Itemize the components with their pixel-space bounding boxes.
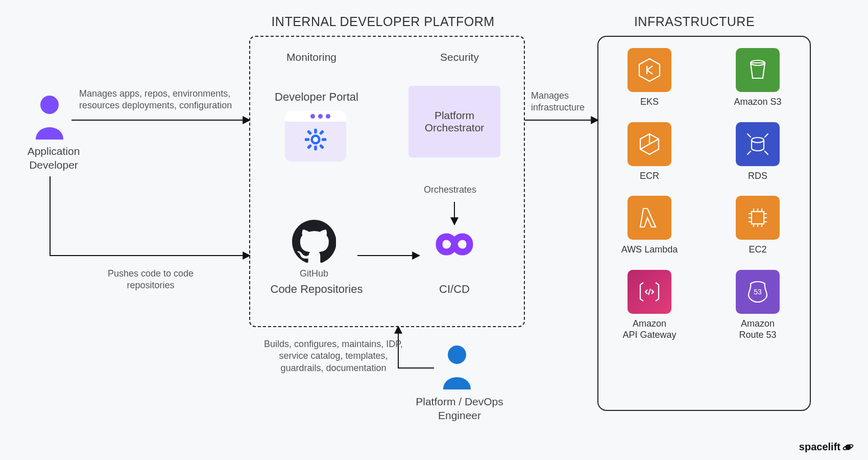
edge-manages-apps: Manages apps, repos, environments, resou… xyxy=(79,88,248,112)
svg-rect-3 xyxy=(314,129,317,133)
infra-label: EKS xyxy=(640,96,659,108)
infra-title: INFRASTRUCTURE xyxy=(597,14,791,29)
infra-label: AWS Lambda xyxy=(621,244,678,256)
idp-title: INTERNAL DEVELOPER PLATFORM xyxy=(240,14,526,29)
platform-orchestrator: Platform Orchestrator xyxy=(408,86,500,157)
svg-rect-6 xyxy=(322,138,326,141)
lambda-icon xyxy=(628,196,671,240)
infra-rds: RDS xyxy=(727,122,788,182)
infra-eks: EKS xyxy=(619,48,680,108)
cicd-icon xyxy=(424,229,485,260)
infra-label: Amazon API Gateway xyxy=(622,318,676,341)
infra-label: Amazon S3 xyxy=(734,96,781,108)
developer-portal-icon xyxy=(285,110,346,162)
infra-route53: 53 Amazon Route 53 xyxy=(727,270,788,341)
app-developer-icon xyxy=(32,94,67,140)
monitoring-label: Monitoring xyxy=(271,50,352,64)
infra-container: EKS Amazon S3 ECR RDS AW xyxy=(597,36,811,411)
github-icon xyxy=(292,220,336,264)
edge-pushes-code: Pushes code to code repositories xyxy=(94,268,207,292)
s3-icon xyxy=(736,48,780,92)
infra-lambda: AWS Lambda xyxy=(619,196,680,256)
svg-point-0 xyxy=(40,96,59,114)
svg-rect-15 xyxy=(752,212,764,224)
svg-point-1 xyxy=(448,346,466,364)
svg-rect-9 xyxy=(319,130,324,135)
code-repos-label: Code Repositories xyxy=(266,282,368,297)
edge-builds: Builds, configures, maintains, IDP, serv… xyxy=(254,338,413,374)
infra-apigw: Amazon API Gateway xyxy=(619,270,680,341)
developer-portal-label: Developer Portal xyxy=(266,90,368,105)
infra-ecr: ECR xyxy=(619,122,680,182)
edge-orchestrates: Orchestrates xyxy=(424,184,490,196)
github-caption: GitHub xyxy=(286,268,342,280)
ec2-icon xyxy=(736,196,780,240)
platform-engineer-label: Platform / DevOps Engineer xyxy=(408,395,511,423)
eks-icon xyxy=(628,48,671,92)
svg-text:53: 53 xyxy=(754,288,762,296)
infra-label: EC2 xyxy=(749,244,766,256)
planet-icon xyxy=(842,442,854,453)
cicd-label: CI/CD xyxy=(424,282,485,297)
brand-logo: spacelift xyxy=(799,441,854,453)
infra-label: ECR xyxy=(640,170,659,182)
gear-icon xyxy=(304,128,327,151)
svg-rect-5 xyxy=(305,138,309,141)
infra-ec2: EC2 xyxy=(727,196,788,256)
security-label: Security xyxy=(419,50,500,64)
svg-rect-8 xyxy=(319,144,324,149)
app-developer-label: Application Developer xyxy=(15,144,92,172)
rds-icon xyxy=(736,122,780,166)
infra-grid: EKS Amazon S3 ECR RDS AW xyxy=(598,37,810,356)
svg-point-14 xyxy=(752,137,764,143)
apigateway-icon xyxy=(628,270,671,314)
svg-rect-10 xyxy=(307,144,312,149)
svg-rect-4 xyxy=(314,146,317,150)
svg-rect-7 xyxy=(307,130,312,135)
svg-point-2 xyxy=(312,136,320,144)
edge-manages-infra: Manages infrastructure xyxy=(531,90,592,114)
svg-marker-11 xyxy=(639,59,660,81)
infra-label: Amazon Route 53 xyxy=(739,318,776,341)
ecr-icon xyxy=(628,122,671,166)
infra-label: RDS xyxy=(748,170,767,182)
infra-s3: Amazon S3 xyxy=(727,48,788,108)
platform-engineer-icon xyxy=(439,343,475,389)
route53-icon: 53 xyxy=(736,270,780,314)
